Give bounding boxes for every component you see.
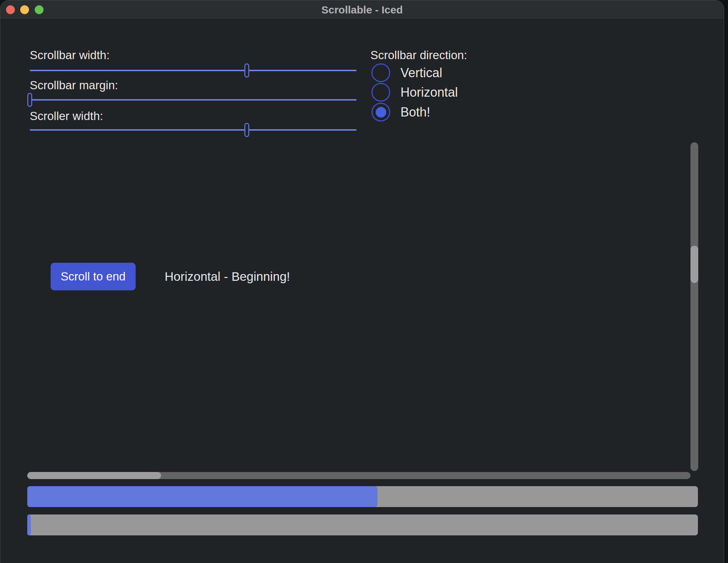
radio-both[interactable] <box>371 103 390 121</box>
progress-bar-vertical <box>27 514 698 535</box>
radio-label-vertical[interactable]: Vertical <box>400 63 442 82</box>
slider-scrollbar-width[interactable] <box>30 70 357 71</box>
progress-bar-horizontal <box>27 486 698 507</box>
slider-handle-scrollbar-width[interactable] <box>244 63 249 78</box>
slider-label-scrollbar-width: Scrollbar width: <box>30 49 110 62</box>
slider-scrollbar-margin[interactable] <box>30 99 357 101</box>
slider-label-scrollbar-margin: Scrollbar margin: <box>30 79 118 92</box>
slider-handle-scroller-width[interactable] <box>244 123 249 137</box>
slider-label-scroller-width: Scroller width: <box>30 109 103 123</box>
radio-vertical[interactable] <box>371 63 390 82</box>
radio-group-label: Scrollbar direction: <box>370 49 467 62</box>
vertical-scrollbar-thumb[interactable] <box>690 246 698 283</box>
progress-fill <box>27 514 31 535</box>
slider-scroller-width[interactable] <box>30 129 357 131</box>
slider-handle-scrollbar-margin[interactable] <box>27 93 32 107</box>
radio-dot-icon <box>376 107 386 118</box>
app-window: Scrollable - Iced Scrollbar width: Scrol… <box>0 0 724 563</box>
vertical-scrollbar-track[interactable] <box>690 142 698 471</box>
radio-label-horizontal[interactable]: Horizontal <box>400 83 458 102</box>
progress-fill <box>27 486 377 507</box>
window-title: Scrollable - Iced <box>0 0 724 19</box>
scroll-to-end-button[interactable]: Scroll to end <box>51 263 136 290</box>
radio-label-both[interactable]: Both! <box>400 103 430 121</box>
scroll-status-text: Horizontal - Beginning! <box>165 263 290 290</box>
radio-horizontal[interactable] <box>371 83 390 102</box>
horizontal-scrollbar-thumb[interactable] <box>27 472 161 479</box>
horizontal-scrollbar-track[interactable] <box>27 472 690 479</box>
titlebar: Scrollable - Iced <box>0 0 724 19</box>
